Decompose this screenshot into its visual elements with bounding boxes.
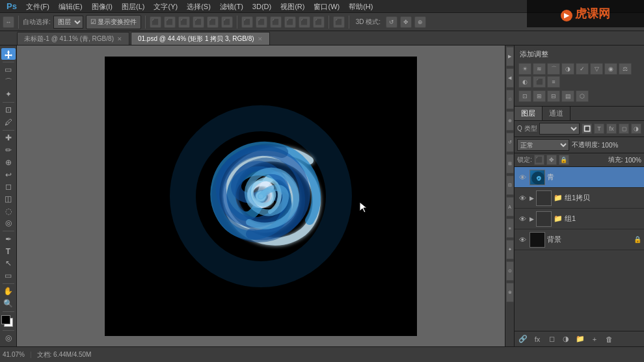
selection-tool[interactable]: ▭ [1, 64, 16, 76]
new-group-icon[interactable]: 📁 [574, 333, 586, 345]
align-left-icon[interactable]: ⬛ [150, 16, 161, 28]
path-select-tool[interactable]: ↖ [1, 257, 16, 269]
brush-tool[interactable]: ✏ [1, 144, 16, 156]
adj-photo-icon[interactable]: ⬛ [533, 76, 546, 88]
tab-untitled[interactable]: 未标题-1 @ 41.1% (青, RGB/8) ✕ [17, 32, 129, 45]
menu-help[interactable]: 帮助(H) [345, 0, 377, 13]
show-transform-btn[interactable]: ☑ 显示变换控件 [86, 15, 141, 29]
menu-view[interactable]: 视图(R) [276, 0, 308, 13]
mini-btn-1[interactable]: ▶ [506, 47, 514, 66]
color-swatches[interactable] [1, 315, 16, 327]
adj-hue-icon[interactable]: ◉ [604, 63, 617, 75]
3d-pan-icon[interactable]: ✥ [400, 16, 412, 28]
layer-item-group1[interactable]: 👁 ▶ 📁 组1 [515, 209, 644, 229]
menu-image[interactable]: 图像(I) [88, 0, 116, 13]
distribute-right-icon[interactable]: ⬛ [270, 16, 282, 28]
menu-select[interactable]: 选择(S) [183, 0, 215, 13]
history-brush-tool[interactable]: ↩ [1, 169, 16, 181]
shape-tool[interactable]: ▭ [1, 270, 16, 281]
align-center-icon[interactable]: ⬛ [164, 16, 176, 28]
arrange-icon[interactable]: ⬛ [333, 16, 345, 28]
mini-btn-10[interactable]: ✦ [506, 240, 514, 259]
new-layer-icon[interactable]: + [589, 333, 600, 345]
crop-tool[interactable]: ⊡ [1, 104, 16, 116]
tab-untitled-close[interactable]: ✕ [117, 36, 122, 42]
adj-bw-icon[interactable]: ◐ [518, 76, 531, 88]
layer-icon-1[interactable]: 🔳 [582, 123, 592, 134]
align-top-icon[interactable]: ⬛ [193, 16, 204, 28]
adj-check-icon[interactable]: ✓ [576, 63, 589, 75]
adj-invert-icon[interactable]: ⊡ [518, 90, 531, 102]
gradient-tool[interactable]: ◫ [1, 193, 16, 205]
layer-icon-pixel[interactable]: ◻ [619, 123, 629, 134]
layer-kind-select[interactable] [539, 123, 580, 135]
adj-threshold-icon[interactable]: ⊟ [547, 90, 560, 102]
adj-triangle-icon[interactable]: ▽ [590, 63, 603, 75]
tab-01psd-close[interactable]: ✕ [258, 36, 263, 42]
adj-selective-icon[interactable]: ⬡ [576, 90, 589, 102]
lock-pixel-icon[interactable]: ⬛ [534, 155, 544, 165]
group-arrow-1copy[interactable]: ▶ [530, 195, 534, 201]
move-tool[interactable] [1, 48, 16, 60]
adj-posterize-icon[interactable]: ⊞ [533, 90, 546, 102]
delete-layer-icon[interactable]: 🗑 [603, 333, 615, 345]
menu-window[interactable]: 窗口(W) [310, 0, 343, 13]
menu-file[interactable]: 文件(F) [22, 0, 53, 13]
stamp-tool[interactable]: ⊕ [1, 157, 16, 168]
layer-icon-adjust[interactable]: ◑ [631, 123, 641, 134]
channels-tab[interactable]: 通道 [543, 107, 570, 120]
mini-btn-12[interactable]: ⊗ [506, 283, 514, 302]
text-tool[interactable]: T [1, 246, 16, 257]
distribute-middle-icon[interactable]: ⬛ [299, 16, 310, 28]
align-bottom-icon[interactable]: ⬛ [221, 16, 233, 28]
adj-curves-icon[interactable]: ⌒ [547, 63, 560, 75]
menu-3d[interactable]: 3D(D) [248, 0, 275, 13]
heal-tool[interactable]: ✚ [1, 133, 16, 144]
blend-mode-select[interactable]: 正常 溶解 正片叠底 [517, 139, 569, 151]
menu-edit[interactable]: 编辑(E) [55, 0, 87, 13]
layer-eye-qing[interactable]: 👁 [517, 172, 528, 183]
layer-eye-background[interactable]: 👁 [517, 235, 528, 245]
dodge-tool[interactable]: ◎ [1, 218, 16, 229]
layer-item-qing[interactable]: 👁 青 [515, 167, 644, 188]
adj-brightness-icon[interactable]: ☀ [518, 63, 531, 75]
zoom-tool[interactable]: 🔍 [1, 298, 16, 309]
align-middle-icon[interactable]: ⬛ [207, 16, 219, 28]
mini-btn-6[interactable]: ⊞ [506, 154, 514, 174]
canvas-area[interactable] [17, 45, 505, 346]
3d-rotate-icon[interactable]: ↺ [386, 16, 397, 28]
lock-all-icon[interactable]: 🔒 [559, 155, 569, 165]
menu-text[interactable]: 文字(Y) [150, 0, 181, 13]
link-layers-icon[interactable]: 🔗 [517, 333, 529, 345]
pen-tool[interactable]: ✒ [1, 233, 16, 245]
align-right-icon[interactable]: ⬛ [178, 16, 190, 28]
magic-wand-tool[interactable]: ✦ [1, 88, 16, 100]
mini-btn-11[interactable]: ⊙ [506, 261, 514, 281]
layer-eye-group1[interactable]: 👁 [517, 214, 528, 224]
distribute-left-icon[interactable]: ⬛ [241, 16, 253, 28]
layer-item-group1copy[interactable]: 👁 ▶ 📁 组1拷贝 [515, 188, 644, 209]
mini-btn-2[interactable]: ◀ [506, 68, 514, 88]
add-mask-icon[interactable]: ◻ [546, 333, 557, 345]
mini-btn-8[interactable]: A [506, 197, 514, 216]
distribute-top-icon[interactable]: ⬛ [284, 16, 296, 28]
adj-exposure-icon[interactable]: ◑ [561, 63, 574, 75]
adj-levels-icon[interactable]: ≋ [533, 63, 546, 75]
move-tool-options-icon[interactable]: ↔ [3, 16, 14, 28]
eraser-tool[interactable]: ◻ [1, 181, 16, 192]
mini-btn-9[interactable]: ≡ [506, 218, 514, 238]
adj-mixer-icon[interactable]: ≡ [547, 76, 560, 88]
mini-btn-4[interactable]: ⊕ [506, 111, 514, 131]
hand-tool[interactable]: ✋ [1, 286, 16, 298]
mini-btn-3[interactable]: ☆ [506, 90, 514, 109]
tab-01psd[interactable]: 01.psd @ 44.4% (矩形 1 拷贝 3, RGB/8) ✕ [131, 32, 270, 45]
mini-btn-7[interactable]: ⊟ [506, 175, 514, 195]
group-arrow-1[interactable]: ▶ [530, 216, 534, 222]
lock-position-icon[interactable]: ✥ [546, 155, 557, 165]
adj-balance-icon[interactable]: ⚖ [619, 63, 632, 75]
auto-select-dropdown[interactable]: 图层 组 [53, 16, 83, 29]
eyedropper-tool[interactable]: 🖊 [1, 116, 16, 128]
layers-tab[interactable]: 图层 [515, 107, 543, 120]
layer-icon-t[interactable]: T [594, 123, 604, 134]
3d-zoom-icon[interactable]: ⊕ [414, 16, 426, 28]
